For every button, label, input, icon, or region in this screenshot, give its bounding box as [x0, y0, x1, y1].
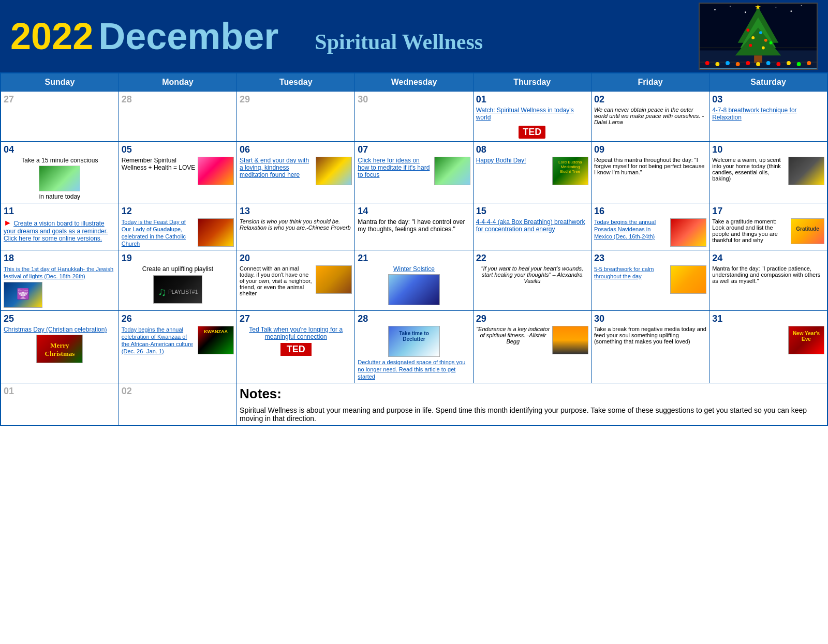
col-friday: Friday — [591, 73, 709, 92]
day-number: 16 — [594, 206, 706, 217]
header-year: 2022 — [10, 15, 93, 57]
wed28-link[interactable]: Declutter a designated space of things y… — [358, 359, 465, 380]
sun04-content: Take a 15 minute conscious in nature tod… — [4, 157, 116, 200]
gratitude-image: Gratitude — [791, 218, 824, 244]
cell-dec22: 22 "If you want to heal your heart's wou… — [473, 250, 591, 311]
cell-dec29: 29 "Endurance is a key indicator of spir… — [473, 311, 591, 383]
mon26-content: KWANZAA Today begins the annual celebrat… — [122, 326, 234, 355]
week-row-4: 18 This is the 1st day of Hanukkah- the … — [1, 250, 827, 311]
week-row-2: 04 Take a 15 minute conscious in nature … — [1, 142, 827, 203]
fri30-content: Take a break from negative media today a… — [594, 326, 706, 345]
day-number: 30 — [594, 313, 706, 324]
cell-nov28: 28 — [119, 92, 236, 142]
cell-dec31: 31 New Year'sEve — [709, 311, 827, 383]
cell-dec13: 13 Tension is who you think you should b… — [237, 203, 355, 250]
day-number: 02 — [594, 94, 706, 105]
notes-cell: Notes: Spiritual Wellness is about your … — [237, 383, 827, 426]
cell-dec16: 16 Today begins the annual Posadas Navid… — [591, 203, 709, 250]
thu29-content: "Endurance is a key indicator of spiritu… — [476, 326, 588, 354]
day-number: 21 — [358, 253, 470, 264]
svg-point-16 — [759, 31, 762, 34]
svg-point-14 — [746, 28, 749, 32]
day-number: 15 — [476, 206, 588, 217]
sun18-link[interactable]: This is the 1st day of Hanukkah- the Jew… — [4, 266, 113, 279]
ted-logo-2: TED — [280, 343, 312, 356]
svg-point-6 — [801, 5, 802, 6]
cell-dec09: 09 Repeat this mantra throughout the day… — [591, 142, 709, 203]
cell-nov30: 30 — [355, 92, 473, 142]
sun25-link[interactable]: Christmas Day (Christian celebration) — [4, 326, 107, 333]
svg-point-19 — [762, 47, 765, 50]
solstice-image — [388, 274, 440, 305]
animal-image — [316, 265, 352, 294]
svg-point-28 — [766, 61, 771, 65]
day-number: 01 — [4, 386, 116, 397]
calendar-table: Sunday Monday Tuesday Wednesday Thursday… — [0, 72, 828, 426]
sun11-link[interactable]: Create a vision board to illustrate your… — [4, 220, 108, 242]
notes-text: Spiritual Wellness is about your meaning… — [240, 406, 824, 423]
cell-dec04: 04 Take a 15 minute conscious in nature … — [1, 142, 119, 203]
svg-point-4 — [775, 7, 776, 8]
day-number: 05 — [122, 144, 234, 155]
svg-point-15 — [751, 36, 755, 39]
day-number: 03 — [712, 94, 824, 105]
svg-point-25 — [736, 62, 740, 66]
day-number: 28 — [122, 94, 234, 105]
svg-text:★: ★ — [755, 4, 761, 10]
svg-point-24 — [726, 61, 730, 65]
wed28-content: Take time toDeclutter Declutter a design… — [358, 326, 470, 380]
fri16-link[interactable]: Today begins the annual Posadas Navidena… — [594, 219, 656, 239]
col-wednesday: Wednesday — [355, 73, 473, 92]
cell-dec24: 24 Mantra for the day: "I practice patie… — [709, 250, 827, 311]
day-number: 14 — [358, 206, 470, 217]
day-number: 04 — [4, 144, 116, 155]
fri23-link[interactable]: 5-5 breathwork for calm throughout the d… — [594, 266, 654, 279]
cell-dec03: 03 4-7-8 breathwork technique for Relaxa… — [709, 92, 827, 142]
day-number: 28 — [358, 313, 470, 324]
cell-dec26: 26 KWANZAA Today begins the annual celeb… — [119, 311, 236, 383]
mon12-content: Today is the Feast Day of Our Lady of Gu… — [122, 218, 234, 247]
cell-dec27: 27 Ted Talk when you're longing for a me… — [237, 311, 355, 383]
sat17-content: Gratitude Take a gratitude moment: Look … — [712, 218, 824, 244]
meditate-image — [434, 157, 470, 185]
day-number: 13 — [240, 206, 352, 217]
buddha-image: Lord BuddhaMeditatingBodhi Tree — [552, 157, 588, 185]
cell-dec23: 23 5-5 breathwork for calm throughout th… — [591, 250, 709, 311]
posadas-image — [670, 218, 706, 247]
day-number: 29 — [476, 313, 588, 324]
mon26-link[interactable]: Today begins the annual celebration of K… — [122, 326, 193, 354]
dalai-lama-quote: We can never obtain peace in the outer w… — [594, 107, 706, 125]
sat10-content: Welcome a warm, up scent into your home … — [712, 157, 824, 185]
cell-nov29: 29 — [237, 92, 355, 142]
tue13-quote: Tension is who you think you should be. … — [240, 218, 352, 231]
sun18-content: This is the 1st day of Hanukkah- the Jew… — [4, 265, 116, 308]
mon12-link[interactable]: Today is the Feast Day of Our Lady of Gu… — [122, 219, 186, 247]
header-subtitle: Spiritual Wellness — [315, 29, 483, 54]
day-number: 01 — [476, 94, 588, 105]
tue06-link[interactable]: Start & end your day with a loving, kind… — [240, 157, 309, 178]
tue27-link[interactable]: Ted Talk when you're longing for a meani… — [240, 326, 352, 340]
playlist-image: ♫ PLAYLIST#1 — [153, 275, 202, 304]
svg-point-18 — [749, 44, 752, 47]
wed07-link[interactable]: Click here for ideas on how to meditate … — [358, 157, 430, 178]
fri09-content: Repeat this mantra throughout the day: "… — [594, 157, 706, 175]
svg-point-26 — [746, 61, 750, 65]
thu15-link[interactable]: 4-4-4-4 (aka Box Breathing) breathwork f… — [476, 218, 585, 233]
day-number: 08 — [476, 144, 588, 155]
wed21-link[interactable]: Winter Solstice — [358, 265, 470, 273]
fri23-content: 5-5 breathwork for calm throughout the d… — [594, 265, 706, 294]
thu08-link[interactable]: Happy Bodhi Day! — [476, 157, 526, 164]
thu01-link[interactable]: Watch: Spiritual Wellness in today's wor… — [476, 107, 574, 121]
col-sunday: Sunday — [1, 73, 119, 92]
day-number: 29 — [240, 94, 352, 105]
day-number: 11 — [4, 206, 116, 217]
mon05-content: Remember Spiritual Wellness + Health = L… — [122, 157, 234, 185]
day-number: 30 — [358, 94, 470, 105]
day-number: 02 — [122, 386, 234, 397]
sat03-link[interactable]: 4-7-8 breathwork technique for Relaxatio… — [712, 107, 796, 121]
svg-point-32 — [807, 61, 811, 65]
col-tuesday: Tuesday — [237, 73, 355, 92]
heart-image — [198, 157, 234, 185]
declutter-image: Take time toDeclutter — [388, 326, 440, 357]
cell-dec25: 25 Christmas Day (Christian celebration)… — [1, 311, 119, 383]
